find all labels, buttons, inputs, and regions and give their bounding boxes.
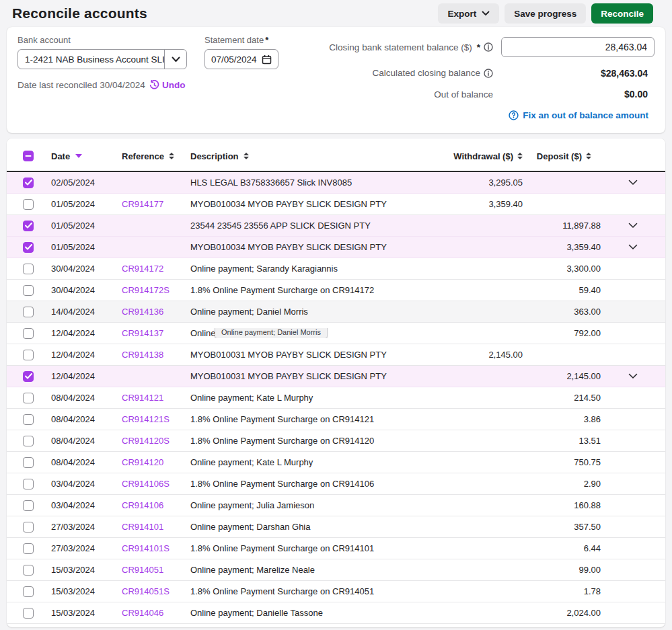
row-date: 30/04/2024 <box>51 264 122 274</box>
table-row: 14/04/2024 CR914136 Online payment; Dani… <box>7 301 665 323</box>
bank-account-field: Bank account 1-2421 NAB Business Account… <box>17 35 187 69</box>
row-description: Online payment; Daniel MorrisOnline paym… <box>190 328 442 338</box>
closing-balance-input[interactable] <box>501 37 655 57</box>
calculated-balance-value: $28,463.04 <box>601 68 655 79</box>
row-checkbox[interactable] <box>23 350 34 360</box>
row-reference-link[interactable]: CR914120 <box>122 457 163 467</box>
out-of-balance-label: Out of balance <box>434 89 493 100</box>
row-description: 1.8% Online Payment Surcharge on CR91412… <box>190 436 442 446</box>
row-reference-link[interactable]: CR914172 <box>122 264 163 274</box>
calendar-icon[interactable] <box>262 54 272 65</box>
expand-row-button[interactable] <box>627 221 639 230</box>
row-description: 23544 23545 23556 APP SLICK DESIGN PTY <box>190 221 442 231</box>
fix-out-of-balance-link[interactable]: Fix an out of balance amount <box>509 110 648 120</box>
row-reference-link[interactable]: CR914101S <box>122 543 170 553</box>
column-header-description[interactable]: Description <box>190 151 442 161</box>
row-checkbox[interactable] <box>23 457 34 468</box>
select-all-checkbox[interactable] <box>23 151 34 161</box>
info-icon[interactable] <box>484 69 493 78</box>
row-reference-link[interactable]: CR914120S <box>122 436 170 446</box>
row-deposit: 99.00 <box>523 565 601 575</box>
row-reference-link[interactable]: CR914137 <box>122 328 163 338</box>
row-reference-link[interactable]: CR914106 <box>122 500 163 510</box>
last-reconciled-line: Date last reconciled 30/04/2024 Undo <box>17 80 278 90</box>
expand-row-button[interactable] <box>627 372 639 381</box>
top-bar: Reconcile accounts Export Save progress … <box>0 0 672 27</box>
row-deposit: 214.50 <box>523 393 601 403</box>
row-reference-link[interactable]: CR914138 <box>122 350 163 360</box>
row-deposit: 11,897.88 <box>523 221 601 231</box>
undo-history-icon <box>149 80 159 90</box>
table-row: 03/04/2024 CR914106S 1.8% Online Payment… <box>7 473 665 495</box>
row-checkbox[interactable] <box>23 543 34 554</box>
row-description: MYOB010034 MYOB PAYBY SLICK DESIGN PTY <box>190 242 442 252</box>
statement-date-input[interactable]: 07/05/2024 <box>204 49 278 69</box>
row-description: MYOB010034 MYOB PAYBY SLICK DESIGN PTY <box>190 199 442 209</box>
table-row: 08/04/2024 CR914121S 1.8% Online Payment… <box>7 409 665 430</box>
row-reference-link[interactable]: CR914051 <box>122 565 163 575</box>
chevron-down-icon <box>165 56 186 63</box>
reconcile-button-label: Reconcile <box>601 9 644 19</box>
table-header-row: Date Reference Description Withdrawal ($… <box>7 139 665 172</box>
row-checkbox[interactable] <box>23 264 34 274</box>
row-reference-link[interactable]: CR914177 <box>122 199 163 209</box>
row-checkbox[interactable] <box>23 393 34 403</box>
row-checkbox[interactable] <box>23 371 34 382</box>
row-checkbox[interactable] <box>23 522 34 533</box>
column-header-withdrawal[interactable]: Withdrawal ($) <box>442 151 523 161</box>
row-date: 15/03/2024 <box>51 608 122 618</box>
sort-descending-icon <box>75 154 82 158</box>
row-reference-link[interactable]: CR914101 <box>122 522 163 532</box>
row-checkbox[interactable] <box>23 221 34 231</box>
save-progress-button[interactable]: Save progress <box>505 3 586 24</box>
closing-balance-label: Closing bank statement balance ($)* <box>329 42 493 52</box>
row-reference-link[interactable]: CR914136 <box>122 307 163 317</box>
expand-row-button[interactable] <box>627 178 639 187</box>
row-checkbox[interactable] <box>23 328 34 339</box>
column-header-deposit[interactable]: Deposit ($) <box>523 151 601 161</box>
transactions-table: Date Reference Description Withdrawal ($… <box>7 139 665 627</box>
export-button[interactable]: Export <box>438 3 499 24</box>
table-row: 27/03/2024 CR914101S 1.8% Online Payment… <box>7 538 665 559</box>
row-checkbox[interactable] <box>23 565 34 576</box>
column-header-reference[interactable]: Reference <box>122 151 190 161</box>
row-reference-link[interactable]: CR914106S <box>122 479 170 489</box>
row-checkbox[interactable] <box>23 307 34 317</box>
table-row: 12/04/2024 MYOB010031 MYOB PAYBY SLICK D… <box>7 366 665 387</box>
calculated-balance-label-text: Calculated closing balance <box>372 68 480 78</box>
save-progress-button-label: Save progress <box>514 9 576 19</box>
column-header-date[interactable]: Date <box>51 151 122 161</box>
row-checkbox[interactable] <box>23 608 34 619</box>
row-checkbox[interactable] <box>23 500 34 511</box>
row-checkbox[interactable] <box>23 178 34 188</box>
row-checkbox[interactable] <box>23 479 34 489</box>
expand-row-button[interactable] <box>627 243 639 251</box>
row-checkbox[interactable] <box>23 285 34 296</box>
row-checkbox[interactable] <box>23 242 34 253</box>
info-icon[interactable] <box>484 42 493 52</box>
table-row: 12/04/2024 CR914138 MYOB010031 MYOB PAYB… <box>7 344 665 366</box>
row-reference-link[interactable]: CR914172S <box>122 285 170 295</box>
row-date: 01/05/2024 <box>51 199 122 209</box>
bank-account-select[interactable]: 1-2421 NAB Business Account SLICK <box>17 49 187 69</box>
help-question-icon <box>509 110 519 120</box>
column-header-description-label: Description <box>190 151 239 161</box>
out-of-balance-value: $0.00 <box>624 89 655 100</box>
reconcile-summary-panel: Bank account 1-2421 NAB Business Account… <box>7 27 665 133</box>
fix-out-of-balance-label: Fix an out of balance amount <box>523 110 648 120</box>
row-reference-link[interactable]: CR914121S <box>122 414 170 424</box>
row-checkbox[interactable] <box>23 414 34 425</box>
row-checkbox[interactable] <box>23 436 34 446</box>
row-description: 1.8% Online Payment Surcharge on CR91410… <box>190 543 442 553</box>
reconcile-button[interactable]: Reconcile <box>591 3 653 24</box>
row-reference-link[interactable]: CR914046 <box>122 608 163 618</box>
row-deposit: 13.51 <box>523 436 601 446</box>
row-checkbox[interactable] <box>23 586 34 597</box>
undo-link[interactable]: Undo <box>149 80 186 90</box>
row-date: 15/03/2024 <box>51 586 122 596</box>
row-reference-link[interactable]: CR914121 <box>122 393 163 403</box>
row-checkbox[interactable] <box>23 199 34 210</box>
column-header-date-label: Date <box>51 151 70 161</box>
row-deposit: 3,300.00 <box>523 264 601 274</box>
row-reference-link[interactable]: CR914051S <box>122 586 170 596</box>
